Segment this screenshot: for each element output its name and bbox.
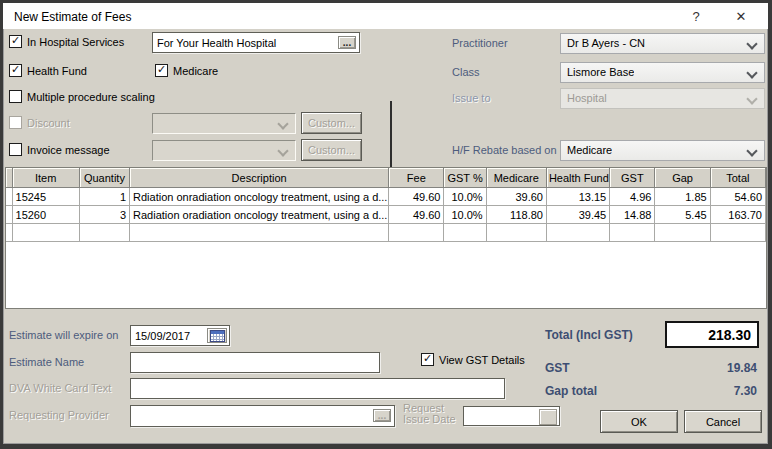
cell-gap[interactable]: 1.85	[655, 188, 710, 206]
hf-rebate-select[interactable]: Medicare	[560, 140, 765, 161]
cell-gst[interactable]: 14.88	[610, 206, 655, 224]
table-header-row: Item Quantity Description Fee GST % Medi…	[6, 168, 766, 188]
cell-medicare[interactable]: 39.60	[486, 188, 546, 206]
cell-gst-pct[interactable]: 10.0%	[444, 188, 486, 206]
gap-total-label: Gap total	[545, 384, 597, 398]
requesting-provider-browse-button: ...	[373, 409, 391, 422]
calendar-button[interactable]	[207, 328, 227, 343]
ok-button[interactable]: OK	[600, 410, 678, 433]
cell-quantity[interactable]: 1	[79, 188, 129, 206]
cell-fee[interactable]: 49.60	[389, 188, 444, 206]
invoice-message-label: Invoice message	[27, 144, 110, 156]
cell-health-fund[interactable]: 13.15	[546, 188, 609, 206]
health-fund-label: Health Fund	[27, 65, 87, 77]
medicare-checkbox[interactable]: Medicare	[155, 64, 218, 77]
requesting-provider-field: ...	[130, 405, 395, 427]
fee-table[interactable]: Item Quantity Description Fee GST % Medi…	[5, 167, 767, 309]
checkbox-icon	[421, 353, 434, 366]
col-gap[interactable]: Gap	[655, 168, 710, 188]
checkbox-icon	[9, 116, 22, 129]
empty-cell	[655, 224, 710, 242]
vertical-divider	[390, 101, 392, 167]
chevron-down-icon	[277, 145, 288, 156]
cell-item[interactable]: 15245	[12, 188, 79, 206]
estimate-name-input[interactable]	[131, 353, 379, 372]
close-button[interactable]: ✕	[728, 7, 754, 27]
checkbox-icon	[9, 35, 22, 48]
cell-gap[interactable]: 5.45	[655, 206, 710, 224]
hospital-browse-button[interactable]: ...	[338, 36, 356, 49]
cell-health-fund[interactable]: 39.45	[546, 206, 609, 224]
discount-label: Discount	[27, 117, 70, 129]
col-description[interactable]: Description	[130, 168, 389, 188]
table-row-empty[interactable]	[6, 224, 766, 242]
table-row[interactable]: 15245 1 Rdiation onradiation oncology tr…	[6, 188, 766, 206]
table-row[interactable]: 15260 3 Radiation oradiation oncology tr…	[6, 206, 766, 224]
cell-fee[interactable]: 49.60	[389, 206, 444, 224]
class-value: Lismore Base	[567, 66, 634, 78]
invoice-message-select	[152, 140, 296, 161]
cell-total[interactable]: 54.60	[710, 188, 765, 206]
checkbox-icon	[155, 64, 168, 77]
chevron-down-icon	[746, 67, 757, 78]
practitioner-label: Practitioner	[452, 37, 508, 49]
col-health-fund[interactable]: Health Fund	[546, 168, 609, 188]
window-title: New Estimate of Fees	[14, 10, 131, 24]
col-gst-pct[interactable]: GST %	[444, 168, 486, 188]
checkbox-icon	[9, 143, 22, 156]
col-total[interactable]: Total	[710, 168, 765, 188]
hospital-input[interactable]	[153, 33, 359, 52]
in-hospital-checkbox[interactable]: In Hospital Services	[9, 35, 124, 48]
cell-total[interactable]: 163.70	[710, 206, 765, 224]
estimate-name-field[interactable]	[130, 352, 380, 373]
multiple-procedure-label: Multiple procedure scaling	[27, 91, 155, 103]
col-fee[interactable]: Fee	[389, 168, 444, 188]
hf-rebate-value: Medicare	[567, 144, 612, 156]
col-gst[interactable]: GST	[610, 168, 655, 188]
view-gst-checkbox[interactable]: View GST Details	[421, 353, 525, 366]
multiple-procedure-checkbox[interactable]: Multiple procedure scaling	[9, 90, 155, 103]
selected-cell[interactable]	[12, 224, 79, 242]
help-button[interactable]: ?	[683, 7, 709, 27]
cell-medicare[interactable]: 118.80	[486, 206, 546, 224]
calendar-icon	[210, 330, 225, 342]
issue-to-select: Hospital	[560, 88, 765, 109]
dva-label: DVA White Card Text	[9, 382, 111, 394]
col-quantity[interactable]: Quantity	[79, 168, 129, 188]
requesting-provider-input	[131, 406, 394, 426]
col-medicare[interactable]: Medicare	[486, 168, 546, 188]
invoice-message-checkbox[interactable]: Invoice message	[9, 143, 110, 156]
chevron-down-icon	[746, 93, 757, 104]
health-fund-checkbox[interactable]: Health Fund	[9, 64, 87, 77]
hospital-field[interactable]: ...	[152, 32, 360, 53]
practitioner-select[interactable]: Dr B Ayers - CN	[560, 33, 765, 54]
cancel-button[interactable]: Cancel	[684, 410, 762, 433]
empty-cell	[389, 224, 444, 242]
expire-date-input[interactable]	[131, 326, 207, 345]
cell-description[interactable]: Rdiation onradiation oncology treatment,…	[130, 188, 389, 206]
col-item[interactable]: Item	[12, 168, 79, 188]
cell-description[interactable]: Radiation oradiation oncology treatment,…	[130, 206, 389, 224]
cell-quantity[interactable]: 3	[79, 206, 129, 224]
estimate-name-label: Estimate Name	[9, 356, 84, 368]
cell-item[interactable]: 15260	[12, 206, 79, 224]
empty-cell	[610, 224, 655, 242]
class-select[interactable]: Lismore Base	[560, 62, 765, 83]
discount-custom-button: Custom...	[301, 112, 362, 134]
dva-field	[130, 378, 505, 399]
checkbox-icon	[9, 64, 22, 77]
view-gst-label: View GST Details	[439, 354, 525, 366]
class-label: Class	[452, 66, 480, 78]
cell-gst[interactable]: 4.96	[610, 188, 655, 206]
titlebar: New Estimate of Fees ? ✕	[3, 3, 768, 29]
discount-select	[152, 113, 296, 134]
total-label: Total (Incl GST)	[545, 328, 633, 342]
empty-cell	[130, 224, 389, 242]
request-issue-date-field	[463, 406, 560, 426]
requesting-provider-label: Requesting Provider	[9, 409, 109, 421]
total-value-box: 218.30	[665, 321, 759, 348]
expire-date-field[interactable]	[130, 325, 230, 346]
in-hospital-label: In Hospital Services	[27, 36, 124, 48]
invoice-message-custom-button: Custom...	[301, 139, 362, 161]
cell-gst-pct[interactable]: 10.0%	[444, 206, 486, 224]
